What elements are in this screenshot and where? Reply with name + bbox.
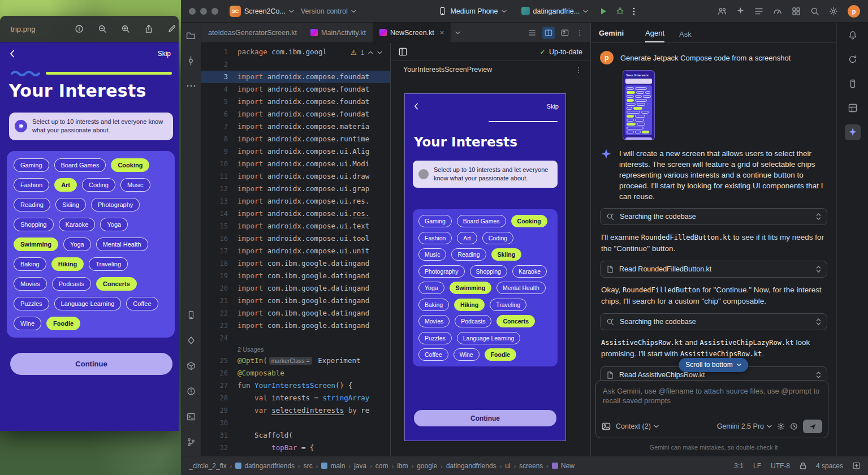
terminal-icon[interactable]	[184, 410, 198, 424]
file-encoding[interactable]: UTF-8	[771, 462, 790, 470]
next-problem-icon[interactable]	[377, 51, 382, 54]
run-configuration-selector[interactable]: datingandfrie...	[521, 7, 589, 15]
breadcrumb-item[interactable]: src	[304, 462, 313, 470]
zoom-in-icon[interactable]	[121, 24, 130, 33]
resource-manager-icon[interactable]	[845, 100, 861, 116]
breadcrumb-item[interactable]: datingandfriends	[235, 462, 295, 470]
tool-call-row[interactable]: Searching the codebase	[600, 208, 827, 225]
vcs-widget[interactable]: Version control	[301, 7, 356, 15]
breadcrumb-item[interactable]: ibm	[397, 462, 408, 470]
build-icon[interactable]	[184, 359, 198, 373]
line-separator[interactable]: LF	[753, 462, 761, 470]
breadcrumb-item[interactable]: ui	[505, 462, 510, 470]
close-tab-icon[interactable]: ×	[440, 28, 444, 37]
gemini-settings-icon[interactable]	[777, 422, 785, 430]
preview-menu-icon[interactable]: ⋮	[575, 66, 583, 74]
problems-icon[interactable]	[184, 385, 198, 398]
window-zoom-button[interactable]	[211, 8, 218, 15]
info-icon[interactable]	[75, 24, 84, 33]
split-view-icon[interactable]	[542, 27, 555, 39]
code-area: 1package com.ibm.googl23import androidx.…	[201, 46, 390, 454]
breadcrumb-item[interactable]: New	[552, 462, 575, 470]
ai-assistant-icon[interactable]	[736, 7, 745, 15]
context-selector[interactable]: Context (2)	[616, 422, 659, 430]
assistant-paragraph: AssistiveChipsRow.kt and AssistiveChipLa…	[601, 337, 826, 360]
tab-agent[interactable]: Agent	[645, 29, 664, 42]
breadcrumb-item[interactable]: screens	[519, 462, 543, 470]
user-query: Generate Jetpack Compose code from a scr…	[620, 54, 791, 62]
device-manager-icon[interactable]	[792, 7, 801, 16]
tool-call-row[interactable]: Read RoundedFilledButton.kt	[600, 261, 827, 278]
usages-hint-line: 2 Usages	[201, 344, 390, 355]
run-button[interactable]	[599, 7, 607, 15]
project-folder-icon[interactable]	[184, 28, 198, 42]
structure-icon[interactable]	[184, 334, 198, 347]
code-with-me-icon[interactable]	[718, 7, 727, 16]
indent-setting[interactable]: 4 spaces	[816, 462, 843, 470]
inspections-widget[interactable]: ⚠ 1	[347, 48, 386, 58]
screenshot-thumbnail[interactable]: Your Interests	[623, 70, 655, 140]
scroll-to-bottom-button[interactable]: Scroll to bottom	[679, 358, 748, 372]
tab-dateideasgeneratorscreen[interactable]: ateIdeasGeneratorScreen.kt	[201, 23, 304, 42]
tab-mainactivity[interactable]: MainActivity.kt	[304, 23, 373, 42]
gemini-input[interactable]: Ask Gemini, use @filename to attach sour…	[595, 380, 828, 438]
code-editor[interactable]: 1package com.ibm.googl23import androidx.…	[201, 43, 390, 456]
git-branch-icon[interactable]	[184, 435, 198, 449]
interest-chip: Baking	[14, 257, 46, 271]
send-button[interactable]	[803, 420, 822, 433]
more-actions-icon[interactable]	[633, 7, 635, 15]
prev-problem-icon[interactable]	[368, 51, 373, 54]
code-line: 16import androidx.compose.ui.tool	[201, 232, 390, 245]
share-icon[interactable]	[144, 24, 153, 33]
window-minimize-button[interactable]	[200, 8, 207, 15]
breadcrumb-item[interactable]: _circle_2_fix	[189, 462, 227, 470]
gemini-icon[interactable]	[845, 124, 861, 140]
code-view-icon[interactable]	[526, 27, 538, 39]
thumb-chip	[627, 99, 634, 102]
running-devices-icon[interactable]	[184, 308, 198, 322]
more-tool-windows-icon[interactable]	[184, 79, 198, 93]
preview-layout-icon[interactable]	[399, 48, 407, 56]
model-selector[interactable]: Gemini 2.5 Pro	[717, 422, 772, 430]
todo-list-icon[interactable]	[754, 7, 763, 16]
onboarding-progress	[10, 70, 172, 76]
tab-newscreen[interactable]: NewScreen.kt ×	[373, 23, 451, 42]
device-selector[interactable]: Medium Phone	[438, 7, 506, 15]
zoom-out-icon[interactable]	[98, 24, 107, 33]
design-view-icon[interactable]	[559, 27, 571, 39]
window-close-button[interactable]	[189, 8, 196, 15]
readonly-lock-icon[interactable]	[800, 462, 806, 469]
editor-options-icon[interactable]: ⋮	[575, 28, 585, 37]
tab-ask[interactable]: Ask	[679, 30, 692, 42]
settings-gear-icon[interactable]	[829, 7, 838, 16]
tool-call-row[interactable]: Searching the codebase	[600, 313, 827, 330]
history-icon[interactable]	[790, 422, 798, 430]
expand-collapse-icon[interactable]	[816, 213, 821, 221]
expand-collapse-icon[interactable]	[816, 318, 821, 326]
gradle-sync-icon[interactable]	[845, 51, 861, 67]
caret-position[interactable]: 3:1	[734, 462, 744, 470]
project-selector[interactable]: SC Screen2Co...	[230, 6, 294, 17]
code-line: 3import androidx.compose.foundat	[201, 71, 390, 83]
user-avatar[interactable]: p	[848, 5, 860, 18]
hidden-tabs-chevron-icon[interactable]	[451, 23, 465, 42]
status-widget-icon[interactable]	[853, 462, 860, 469]
expand-collapse-icon[interactable]	[816, 371, 821, 379]
debug-button[interactable]	[616, 7, 624, 15]
markup-pencil-icon[interactable]	[167, 24, 176, 33]
breadcrumb-item[interactable]: google	[417, 462, 437, 470]
breadcrumb-item[interactable]: main	[321, 462, 345, 470]
profiler-icon[interactable]	[773, 7, 782, 16]
code-line: 22import com.ibm.google.datingand	[201, 307, 390, 319]
commit-icon[interactable]	[184, 54, 198, 67]
gemini-chat[interactable]: p Generate Jetpack Compose code from a s…	[591, 43, 836, 380]
preview-canvas[interactable]: Skip Your Interests Select up to 10 inte…	[404, 93, 566, 441]
notifications-icon[interactable]	[845, 27, 861, 43]
breadcrumb-item[interactable]: java	[354, 462, 366, 470]
breadcrumb-item[interactable]: datingandfriends	[446, 462, 496, 470]
expand-collapse-icon[interactable]	[816, 265, 821, 273]
device-explorer-icon[interactable]	[845, 76, 861, 92]
search-icon[interactable]	[810, 7, 819, 16]
attach-image-icon[interactable]	[602, 422, 611, 431]
breadcrumb-item[interactable]: com	[375, 462, 388, 470]
